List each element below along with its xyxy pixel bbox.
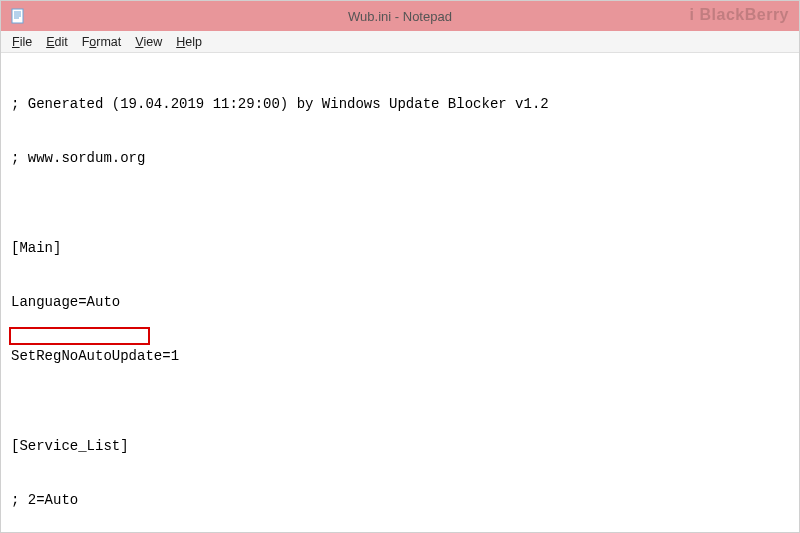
editor-line: ; Generated (19.04.2019 11:29:00) by Win… [11, 95, 789, 113]
editor-line: [Service_List] [11, 437, 789, 455]
menu-edit[interactable]: Edit [39, 33, 75, 51]
editor-line: ; www.sordum.org [11, 149, 789, 167]
menu-view[interactable]: View [128, 33, 169, 51]
editor-line: ; 2=Auto [11, 491, 789, 509]
window-title: Wub.ini - Notepad [348, 9, 452, 24]
menubar: File Edit Format View Help [1, 31, 799, 53]
menu-file[interactable]: File [5, 33, 39, 51]
editor-line: [Main] [11, 239, 789, 257]
menu-help[interactable]: Help [169, 33, 209, 51]
titlebar: Wub.ini - Notepad i BlackBerry [1, 1, 799, 31]
menu-format[interactable]: Format [75, 33, 129, 51]
notepad-icon [7, 8, 29, 24]
highlight-annotation [9, 327, 150, 345]
editor-line: Language=Auto [11, 293, 789, 311]
text-editor[interactable]: ; Generated (19.04.2019 11:29:00) by Win… [1, 53, 799, 533]
editor-line: SetRegNoAutoUpdate=1 [11, 347, 789, 365]
watermark-text: i BlackBerry [690, 6, 789, 24]
